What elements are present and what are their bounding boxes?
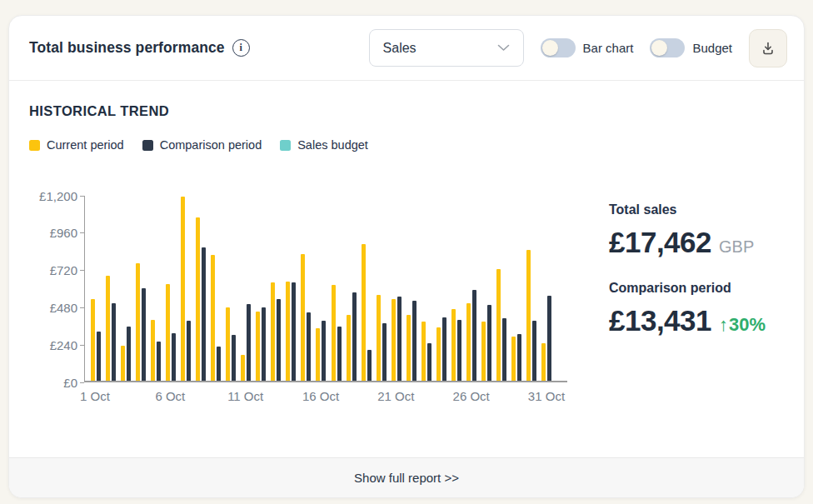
bar-group[interactable] <box>509 196 524 381</box>
bar-group[interactable] <box>404 196 419 381</box>
bar-group[interactable] <box>208 196 223 381</box>
bar[interactable] <box>226 307 230 381</box>
bar-group[interactable] <box>238 196 253 381</box>
bar-group[interactable] <box>133 196 148 381</box>
bar-group[interactable] <box>389 196 404 381</box>
bar[interactable] <box>367 350 372 381</box>
bar-group[interactable] <box>449 196 464 381</box>
bar-group[interactable] <box>419 196 434 381</box>
bar[interactable] <box>347 315 351 381</box>
bar-group[interactable] <box>283 196 298 381</box>
bar-group[interactable] <box>524 196 539 381</box>
bar[interactable] <box>262 307 266 381</box>
show-full-report-link[interactable]: Show full report >> <box>354 471 459 485</box>
metric-select[interactable]: Sales <box>369 29 524 67</box>
bar[interactable] <box>112 303 116 381</box>
bar-group[interactable] <box>118 196 133 381</box>
bar[interactable] <box>481 322 486 381</box>
bar[interactable] <box>232 335 236 381</box>
bar[interactable] <box>382 323 387 381</box>
bar[interactable] <box>316 328 320 381</box>
bar-group[interactable] <box>193 196 208 381</box>
bar[interactable] <box>97 332 101 381</box>
bar-group[interactable] <box>268 196 283 381</box>
bar[interactable] <box>322 321 326 381</box>
bar[interactable] <box>292 282 296 381</box>
bar[interactable] <box>211 255 215 381</box>
bar[interactable] <box>196 217 200 381</box>
bar[interactable] <box>166 284 170 381</box>
bar[interactable] <box>517 334 521 381</box>
bar[interactable] <box>241 355 245 381</box>
bar[interactable] <box>337 327 342 381</box>
bar[interactable] <box>472 290 476 381</box>
bar[interactable] <box>187 321 191 381</box>
budget-toggle[interactable] <box>650 38 685 57</box>
bar[interactable] <box>451 309 456 381</box>
bar[interactable] <box>307 312 311 382</box>
bar-group[interactable] <box>313 196 328 381</box>
bar[interactable] <box>511 337 516 381</box>
bar[interactable] <box>421 322 426 381</box>
bar[interactable] <box>181 197 185 381</box>
bar-group[interactable] <box>464 196 479 381</box>
bar[interactable] <box>172 333 176 381</box>
bar[interactable] <box>157 342 161 381</box>
info-icon[interactable]: i <box>232 39 250 57</box>
bar[interactable] <box>532 321 536 381</box>
bar[interactable] <box>502 318 506 381</box>
bar[interactable] <box>247 304 251 382</box>
bar[interactable] <box>496 269 501 381</box>
download-button[interactable] <box>749 29 787 67</box>
bar[interactable] <box>487 305 491 381</box>
bar-group[interactable] <box>539 196 554 381</box>
bar-group[interactable] <box>329 196 344 381</box>
bar[interactable] <box>352 292 357 381</box>
bar-group[interactable] <box>178 196 193 381</box>
bar[interactable] <box>466 303 471 381</box>
legend-item-comparison-period[interactable]: Comparison period <box>142 138 262 152</box>
bar[interactable] <box>286 282 290 381</box>
bar[interactable] <box>436 327 441 381</box>
bar-group[interactable] <box>359 196 374 381</box>
bar[interactable] <box>127 327 131 381</box>
bar[interactable] <box>202 247 206 381</box>
bar[interactable] <box>392 299 396 381</box>
bar-group[interactable] <box>434 196 449 381</box>
bar-group[interactable] <box>148 196 163 381</box>
bar[interactable] <box>442 317 446 381</box>
bar[interactable] <box>142 288 146 381</box>
bar-group[interactable] <box>103 196 118 381</box>
bar[interactable] <box>121 346 125 381</box>
bar[interactable] <box>547 296 551 381</box>
bar[interactable] <box>217 347 221 381</box>
bar[interactable] <box>362 244 366 381</box>
bar[interactable] <box>541 343 546 381</box>
bar[interactable] <box>151 320 155 381</box>
bar[interactable] <box>457 320 461 381</box>
bar[interactable] <box>427 343 431 381</box>
bar[interactable] <box>377 295 381 381</box>
bar[interactable] <box>277 299 281 381</box>
bar-group[interactable] <box>479 196 494 381</box>
bar-group[interactable] <box>253 196 268 381</box>
bar[interactable] <box>526 250 531 381</box>
bar[interactable] <box>271 282 275 381</box>
legend-item-current-period[interactable]: Current period <box>29 138 124 152</box>
bar-group[interactable] <box>344 196 359 381</box>
bar-group[interactable] <box>88 196 103 381</box>
bar-group[interactable] <box>223 196 238 381</box>
legend-item-sales-budget[interactable]: Sales budget <box>280 138 368 152</box>
bar-group[interactable] <box>374 196 389 381</box>
bar[interactable] <box>397 297 402 381</box>
bar[interactable] <box>106 276 110 381</box>
bar-group[interactable] <box>163 196 178 381</box>
bar[interactable] <box>406 315 411 381</box>
bar-group[interactable] <box>494 196 509 381</box>
bar-chart-toggle[interactable] <box>541 38 576 57</box>
bar[interactable] <box>332 285 336 381</box>
bar[interactable] <box>301 254 305 381</box>
bar[interactable] <box>412 301 416 381</box>
bar[interactable] <box>91 299 95 381</box>
bar-group[interactable] <box>298 196 313 381</box>
